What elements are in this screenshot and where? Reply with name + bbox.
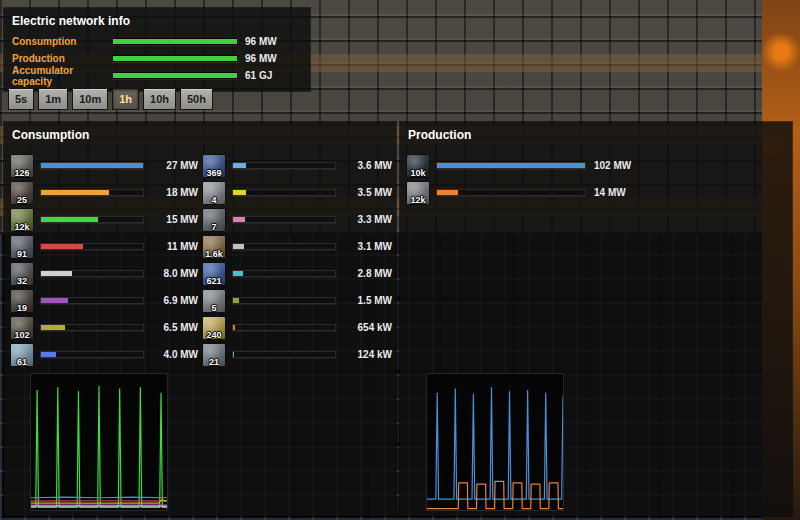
fast-inserter-icon: 621 xyxy=(202,262,226,286)
roboport-icon: 4 xyxy=(202,181,226,205)
entity-row: 1.6k3.1 MW xyxy=(202,233,392,260)
time-button-1h[interactable]: 1h xyxy=(112,88,139,110)
entity-count: 240 xyxy=(203,331,225,340)
entity-row: 12k15 MW xyxy=(10,206,198,233)
entity-count: 7 xyxy=(203,223,225,232)
entity-row: 12k14 MW xyxy=(406,179,666,206)
power-value: 3.1 MW xyxy=(336,241,392,252)
entity-row: 240654 kW xyxy=(202,314,392,341)
power-value: 2.8 MW xyxy=(336,268,392,279)
entity-count: 369 xyxy=(203,169,225,178)
production-panel: Production 10k102 MW12k14 MW xyxy=(400,122,792,516)
power-share-bar-fill xyxy=(233,325,235,330)
entity-row: 614.0 MW xyxy=(10,341,198,368)
power-value: 3.3 MW xyxy=(336,214,392,225)
power-share-bar-fill xyxy=(233,352,234,357)
power-share-bar xyxy=(40,243,144,250)
power-value: 8.0 MW xyxy=(144,268,198,279)
graph-line-electric-mining-drill xyxy=(31,497,167,498)
power-share-bar-fill xyxy=(41,217,98,222)
entity-count: 10k xyxy=(407,169,429,178)
entity-count: 126 xyxy=(11,169,33,178)
power-share-bar-fill xyxy=(233,163,246,168)
accumulator-icon: 12k xyxy=(406,181,430,205)
time-button-1m[interactable]: 1m xyxy=(38,88,68,110)
power-share-bar xyxy=(232,216,336,223)
graph-line-inserter xyxy=(31,386,167,507)
power-value: 102 MW xyxy=(586,160,654,171)
power-share-bar xyxy=(436,189,586,196)
power-share-bar xyxy=(232,324,336,331)
power-share-bar xyxy=(40,324,144,331)
production-stat-label: Production xyxy=(12,53,112,64)
entity-count: 102 xyxy=(11,331,33,340)
entity-count: 25 xyxy=(11,196,33,205)
time-button-5s[interactable]: 5s xyxy=(8,88,34,110)
power-share-bar-fill xyxy=(41,244,83,249)
accumulator-stat-row: Accumulator capacity 61 GJ xyxy=(12,67,302,84)
power-share-bar-fill xyxy=(233,298,239,303)
power-value: 14 MW xyxy=(586,187,654,198)
entity-count: 61 xyxy=(11,358,33,367)
consumption-panel-title: Consumption xyxy=(12,128,89,142)
oil-refinery-icon: 102 xyxy=(10,316,34,340)
production-stat-bar-fill xyxy=(113,56,237,61)
power-share-bar-fill xyxy=(437,190,458,195)
power-share-bar-fill xyxy=(41,298,68,303)
power-share-bar xyxy=(232,351,336,358)
entity-row: 2518 MW xyxy=(10,179,198,206)
power-share-bar xyxy=(40,189,144,196)
entity-row: 21124 kW xyxy=(202,341,392,368)
power-share-bar xyxy=(232,243,336,250)
production-stat-bar xyxy=(112,55,238,62)
consumption-stat-value: 96 MW xyxy=(245,36,277,47)
power-share-bar xyxy=(40,162,144,169)
laser-turret-icon: 32 xyxy=(10,262,34,286)
power-value: 18 MW xyxy=(144,187,198,198)
graph-line-accumulator xyxy=(427,481,563,508)
consumption-stat-bar-fill xyxy=(113,39,237,44)
arithmetic-combinator-icon: 21 xyxy=(202,343,226,367)
stack-inserter-icon: 369 xyxy=(202,154,226,178)
solar-panel-icon: 10k xyxy=(406,154,430,178)
power-share-bar xyxy=(40,216,144,223)
production-stat-value: 96 MW xyxy=(245,53,277,64)
entity-row: 6212.8 MW xyxy=(202,260,392,287)
entity-row: 9111 MW xyxy=(10,233,198,260)
electric-mining-drill-icon: 126 xyxy=(10,154,34,178)
entity-count: 32 xyxy=(11,277,33,286)
power-share-bar xyxy=(232,270,336,277)
entity-count: 1.6k xyxy=(203,250,225,259)
power-share-bar xyxy=(232,162,336,169)
power-share-bar xyxy=(232,297,336,304)
consumption-stat-bar xyxy=(112,38,238,45)
radar-icon: 5 xyxy=(202,289,226,313)
power-share-bar xyxy=(436,162,586,169)
time-button-10m[interactable]: 10m xyxy=(72,88,108,110)
power-share-bar-fill xyxy=(41,352,56,357)
consumption-stat-label: Consumption xyxy=(12,36,112,47)
power-share-bar xyxy=(40,297,144,304)
production-panel-title: Production xyxy=(408,128,471,142)
power-value: 27 MW xyxy=(144,160,198,171)
power-share-bar-fill xyxy=(41,190,109,195)
power-value: 15 MW xyxy=(144,214,198,225)
power-value: 11 MW xyxy=(144,241,198,252)
inserter-icon: 12k xyxy=(10,208,34,232)
power-share-bar-fill xyxy=(233,217,245,222)
consumption-list-left: 12627 MW2518 MW12k15 MW9111 MW328.0 MW19… xyxy=(10,152,198,368)
time-button-50h[interactable]: 50h xyxy=(180,88,213,110)
consumption-list-right: 3693.6 MW43.5 MW73.3 MW1.6k3.1 MW6212.8 … xyxy=(202,152,392,368)
accumulator-stat-bar-fill xyxy=(113,73,237,78)
beacon-icon: 7 xyxy=(202,208,226,232)
time-button-10h[interactable]: 10h xyxy=(143,88,176,110)
factorio-screen: Electric network info Consumption 96 MW … xyxy=(0,0,800,520)
power-value: 6.5 MW xyxy=(144,322,198,333)
power-value: 654 kW xyxy=(336,322,392,333)
power-value: 4.0 MW xyxy=(144,349,198,360)
entity-row: 51.5 MW xyxy=(202,287,392,314)
power-value: 6.9 MW xyxy=(144,295,198,306)
entity-row: 3693.6 MW xyxy=(202,152,392,179)
pumpjack-icon: 19 xyxy=(10,289,34,313)
consumption-graph xyxy=(30,373,168,511)
